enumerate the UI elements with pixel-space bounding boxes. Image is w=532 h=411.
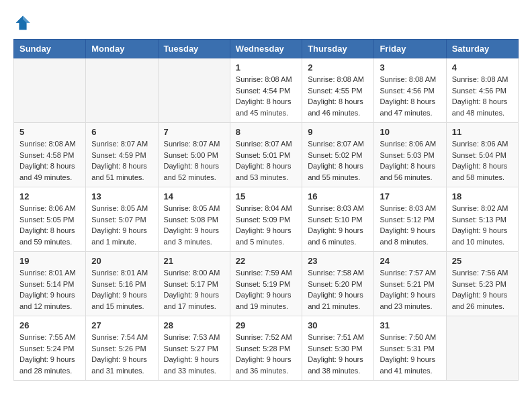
calendar-cell: 22Sunrise: 7:59 AM Sunset: 5:19 PM Dayli… xyxy=(230,252,302,316)
calendar-cell: 2Sunrise: 8:08 AM Sunset: 4:55 PM Daylig… xyxy=(302,58,374,123)
day-number: 5 xyxy=(19,127,80,137)
page-header xyxy=(13,13,519,32)
day-info: Sunrise: 8:04 AM Sunset: 5:09 PM Dayligh… xyxy=(236,203,296,247)
day-number: 16 xyxy=(308,191,368,201)
calendar-cell: 17Sunrise: 8:03 AM Sunset: 5:12 PM Dayli… xyxy=(374,187,446,252)
calendar-cell: 5Sunrise: 8:08 AM Sunset: 4:58 PM Daylig… xyxy=(14,123,86,187)
calendar-cell: 29Sunrise: 7:52 AM Sunset: 5:28 PM Dayli… xyxy=(230,316,302,381)
calendar-cell: 23Sunrise: 7:58 AM Sunset: 5:20 PM Dayli… xyxy=(302,252,374,316)
day-info: Sunrise: 7:58 AM Sunset: 5:20 PM Dayligh… xyxy=(308,267,368,312)
day-info: Sunrise: 8:01 AM Sunset: 5:16 PM Dayligh… xyxy=(91,267,152,312)
day-number: 7 xyxy=(164,127,224,137)
calendar-cell: 4Sunrise: 8:08 AM Sunset: 4:56 PM Daylig… xyxy=(446,58,518,123)
day-number: 22 xyxy=(236,256,296,266)
day-number: 6 xyxy=(91,127,152,137)
weekday-header: Thursday xyxy=(302,40,374,58)
weekday-header: Tuesday xyxy=(158,40,230,58)
calendar-cell: 6Sunrise: 8:07 AM Sunset: 4:59 PM Daylig… xyxy=(86,123,158,187)
calendar-cell: 28Sunrise: 7:53 AM Sunset: 5:27 PM Dayli… xyxy=(158,316,230,381)
weekday-header: Wednesday xyxy=(230,40,302,58)
calendar-cell xyxy=(86,58,158,123)
calendar-week-row: 19Sunrise: 8:01 AM Sunset: 5:14 PM Dayli… xyxy=(14,252,519,316)
day-number: 4 xyxy=(452,62,513,73)
weekday-header: Sunday xyxy=(14,40,86,58)
day-info: Sunrise: 8:07 AM Sunset: 5:01 PM Dayligh… xyxy=(236,138,296,183)
day-info: Sunrise: 7:55 AM Sunset: 5:24 PM Dayligh… xyxy=(19,332,80,376)
calendar-cell: 8Sunrise: 8:07 AM Sunset: 5:01 PM Daylig… xyxy=(230,123,302,187)
calendar-cell: 14Sunrise: 8:05 AM Sunset: 5:08 PM Dayli… xyxy=(158,187,230,252)
day-info: Sunrise: 8:07 AM Sunset: 5:02 PM Dayligh… xyxy=(308,138,368,183)
weekday-header: Saturday xyxy=(446,40,518,58)
calendar-cell: 25Sunrise: 7:56 AM Sunset: 5:23 PM Dayli… xyxy=(446,252,518,316)
day-number: 11 xyxy=(452,127,513,137)
day-number: 28 xyxy=(164,320,224,330)
day-info: Sunrise: 7:52 AM Sunset: 5:28 PM Dayligh… xyxy=(236,332,296,376)
calendar-cell xyxy=(14,58,86,123)
day-number: 20 xyxy=(91,256,152,266)
day-info: Sunrise: 8:06 AM Sunset: 5:04 PM Dayligh… xyxy=(452,138,513,183)
calendar-cell xyxy=(158,58,230,123)
day-info: Sunrise: 8:03 AM Sunset: 5:10 PM Dayligh… xyxy=(308,203,368,247)
calendar-cell: 27Sunrise: 7:54 AM Sunset: 5:26 PM Dayli… xyxy=(86,316,158,381)
calendar-cell: 18Sunrise: 8:02 AM Sunset: 5:13 PM Dayli… xyxy=(446,187,518,252)
day-info: Sunrise: 8:06 AM Sunset: 5:03 PM Dayligh… xyxy=(380,138,440,183)
day-number: 9 xyxy=(308,127,368,137)
weekday-header: Friday xyxy=(374,40,446,58)
day-number: 29 xyxy=(236,320,296,330)
day-info: Sunrise: 7:56 AM Sunset: 5:23 PM Dayligh… xyxy=(452,267,513,312)
calendar-cell: 11Sunrise: 8:06 AM Sunset: 5:04 PM Dayli… xyxy=(446,123,518,187)
day-info: Sunrise: 8:08 AM Sunset: 4:56 PM Dayligh… xyxy=(380,74,440,118)
calendar-week-row: 26Sunrise: 7:55 AM Sunset: 5:24 PM Dayli… xyxy=(14,316,519,381)
day-info: Sunrise: 7:59 AM Sunset: 5:19 PM Dayligh… xyxy=(236,267,296,312)
day-info: Sunrise: 8:08 AM Sunset: 4:55 PM Dayligh… xyxy=(308,74,368,118)
calendar-cell: 31Sunrise: 7:50 AM Sunset: 5:31 PM Dayli… xyxy=(374,316,446,381)
calendar-week-row: 12Sunrise: 8:06 AM Sunset: 5:05 PM Dayli… xyxy=(14,187,519,252)
day-number: 10 xyxy=(380,127,440,137)
day-number: 30 xyxy=(308,320,368,330)
day-number: 27 xyxy=(91,320,152,330)
day-number: 12 xyxy=(19,191,80,201)
day-number: 23 xyxy=(308,256,368,266)
calendar-cell: 1Sunrise: 8:08 AM Sunset: 4:54 PM Daylig… xyxy=(230,58,302,123)
day-number: 24 xyxy=(380,256,440,266)
calendar-table: SundayMondayTuesdayWednesdayThursdayFrid… xyxy=(13,39,519,381)
day-number: 26 xyxy=(19,320,80,330)
day-number: 13 xyxy=(91,191,152,201)
day-info: Sunrise: 7:50 AM Sunset: 5:31 PM Dayligh… xyxy=(380,332,440,376)
day-number: 15 xyxy=(236,191,296,201)
day-info: Sunrise: 7:54 AM Sunset: 5:26 PM Dayligh… xyxy=(91,332,152,376)
calendar-cell: 16Sunrise: 8:03 AM Sunset: 5:10 PM Dayli… xyxy=(302,187,374,252)
day-info: Sunrise: 8:05 AM Sunset: 5:07 PM Dayligh… xyxy=(91,203,152,247)
calendar-cell: 9Sunrise: 8:07 AM Sunset: 5:02 PM Daylig… xyxy=(302,123,374,187)
calendar-cell: 20Sunrise: 8:01 AM Sunset: 5:16 PM Dayli… xyxy=(86,252,158,316)
calendar-cell xyxy=(446,316,518,381)
day-info: Sunrise: 8:03 AM Sunset: 5:12 PM Dayligh… xyxy=(380,203,440,247)
calendar-cell: 12Sunrise: 8:06 AM Sunset: 5:05 PM Dayli… xyxy=(14,187,86,252)
day-info: Sunrise: 8:02 AM Sunset: 5:13 PM Dayligh… xyxy=(452,203,513,247)
calendar-header-row: SundayMondayTuesdayWednesdayThursdayFrid… xyxy=(14,40,519,58)
day-number: 1 xyxy=(236,62,296,73)
calendar-cell: 19Sunrise: 8:01 AM Sunset: 5:14 PM Dayli… xyxy=(14,252,86,316)
day-number: 25 xyxy=(452,256,513,266)
logo xyxy=(13,13,35,32)
calendar-cell: 3Sunrise: 8:08 AM Sunset: 4:56 PM Daylig… xyxy=(374,58,446,123)
day-info: Sunrise: 8:08 AM Sunset: 4:58 PM Dayligh… xyxy=(19,138,80,183)
day-number: 17 xyxy=(380,191,440,201)
calendar-week-row: 1Sunrise: 8:08 AM Sunset: 4:54 PM Daylig… xyxy=(14,58,519,123)
day-number: 18 xyxy=(452,191,513,201)
calendar-cell: 15Sunrise: 8:04 AM Sunset: 5:09 PM Dayli… xyxy=(230,187,302,252)
calendar-cell: 24Sunrise: 7:57 AM Sunset: 5:21 PM Dayli… xyxy=(374,252,446,316)
calendar-cell: 13Sunrise: 8:05 AM Sunset: 5:07 PM Dayli… xyxy=(86,187,158,252)
day-info: Sunrise: 8:08 AM Sunset: 4:56 PM Dayligh… xyxy=(452,74,513,118)
day-info: Sunrise: 8:05 AM Sunset: 5:08 PM Dayligh… xyxy=(164,203,224,247)
day-info: Sunrise: 8:01 AM Sunset: 5:14 PM Dayligh… xyxy=(19,267,80,312)
day-number: 31 xyxy=(380,320,440,330)
day-info: Sunrise: 8:07 AM Sunset: 5:00 PM Dayligh… xyxy=(164,138,224,183)
day-info: Sunrise: 8:08 AM Sunset: 4:54 PM Dayligh… xyxy=(236,74,296,118)
day-info: Sunrise: 7:51 AM Sunset: 5:30 PM Dayligh… xyxy=(308,332,368,376)
day-number: 2 xyxy=(308,62,368,73)
day-info: Sunrise: 8:06 AM Sunset: 5:05 PM Dayligh… xyxy=(19,203,80,247)
calendar-cell: 30Sunrise: 7:51 AM Sunset: 5:30 PM Dayli… xyxy=(302,316,374,381)
calendar-cell: 10Sunrise: 8:06 AM Sunset: 5:03 PM Dayli… xyxy=(374,123,446,187)
day-info: Sunrise: 8:07 AM Sunset: 4:59 PM Dayligh… xyxy=(91,138,152,183)
